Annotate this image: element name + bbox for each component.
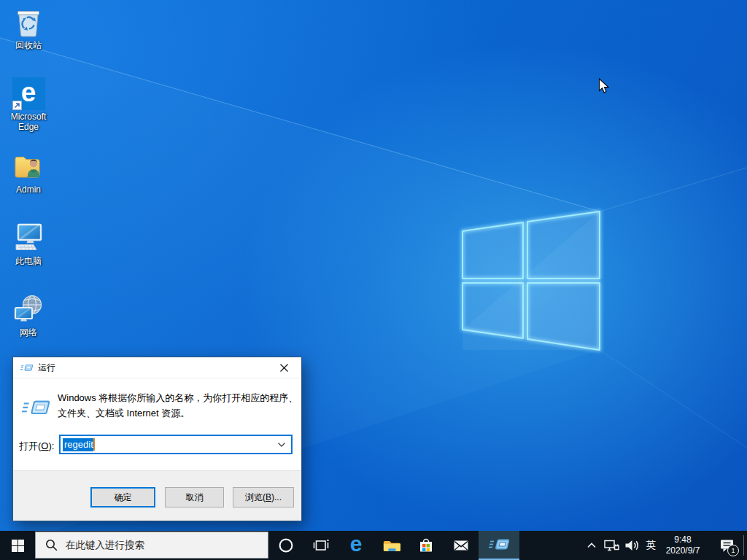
chevron-up-icon (587, 542, 597, 549)
desktop-icon-recycle-bin[interactable]: 回收站 (0, 4, 57, 50)
run-dialog-titlebar[interactable]: 运行 (13, 357, 301, 378)
mouse-cursor (598, 78, 609, 97)
volume-tray-button[interactable] (622, 531, 642, 560)
taskbar-clock[interactable]: 9:48 2020/9/7 (659, 531, 707, 560)
run-dialog-icon (22, 396, 50, 423)
file-explorer-button[interactable] (374, 531, 409, 560)
open-field-label: 打开(O): (19, 440, 54, 453)
edge-icon: e (350, 533, 363, 555)
ok-button[interactable]: 确定 (90, 487, 155, 508)
windows-logo-icon (12, 540, 24, 552)
task-view-button[interactable] (303, 531, 338, 560)
ime-language-indicator[interactable]: 英 (642, 531, 659, 560)
description-line-2: 文件夹、文档或 Internet 资源。 (58, 405, 298, 421)
browse-button[interactable]: 浏览(B)... (233, 487, 294, 508)
cortana-icon (277, 537, 295, 554)
dialog-description: Windows 将根据你所输入的名称，为你打开相应的程序、 文件夹、文档或 In… (58, 390, 298, 421)
dialog-title: 运行 (38, 362, 55, 374)
edge-icon: e (11, 76, 46, 111)
file-explorer-icon (382, 536, 400, 555)
network-icon (603, 537, 620, 554)
close-button[interactable] (268, 358, 301, 377)
task-view-icon (312, 537, 330, 554)
speaker-icon (623, 537, 640, 554)
dialog-footer: 确定 取消 浏览(B)... (13, 470, 301, 521)
tray-expand-button[interactable] (584, 531, 600, 560)
desktop-icon-label: 此电脑 (0, 256, 57, 266)
edge-taskbar-button[interactable]: e (338, 531, 374, 560)
combobox-dropdown-icon[interactable] (277, 442, 286, 448)
desktop-icon-this-pc[interactable]: 此电脑 (0, 220, 57, 266)
run-app-icon (489, 536, 509, 553)
mail-button[interactable] (444, 531, 479, 560)
desktop-icon-label: 网络 (0, 327, 57, 338)
shortcut-arrow-icon (12, 101, 22, 110)
search-input[interactable] (64, 539, 264, 551)
network-globe-icon (11, 292, 46, 327)
microsoft-store-icon (417, 536, 436, 555)
clock-time: 9:48 (674, 534, 691, 545)
clock-date: 2020/9/7 (666, 545, 700, 556)
desktop-icon-label: 回收站 (0, 40, 57, 50)
mail-icon (452, 536, 471, 555)
edge-logo-glyph: e (21, 79, 36, 106)
desktop-icon-label: Microsoft Edge (0, 112, 57, 132)
desktop-icon-network[interactable]: 网络 (0, 292, 57, 338)
run-command-input[interactable]: regedit (59, 435, 293, 454)
user-folder-icon (11, 149, 46, 184)
desktop-icon-admin-folder[interactable]: Admin (0, 149, 57, 195)
desktop-icon-microsoft-edge[interactable]: e Microsoft Edge (0, 76, 57, 132)
text-caret (93, 438, 95, 451)
description-line-1: Windows 将根据你所输入的名称，为你打开相应的程序、 (58, 390, 298, 405)
desktop-icon-label: Admin (0, 184, 57, 195)
run-app-taskbar-button-active[interactable] (479, 531, 519, 560)
recycle-bin-icon (11, 4, 46, 39)
microsoft-store-button[interactable] (409, 531, 444, 560)
cortana-button[interactable] (268, 531, 303, 560)
run-app-icon (20, 362, 33, 373)
run-dialog: 运行 Windows 将根据你所输入的名称，为你打开相应的程序、 文件夹、文档或 (12, 357, 302, 521)
notification-badge: 1 (727, 545, 739, 556)
cancel-button[interactable]: 取消 (165, 487, 224, 508)
search-icon (45, 539, 58, 551)
start-button[interactable] (0, 531, 35, 560)
taskbar-search-box[interactable] (35, 532, 268, 559)
show-desktop-button[interactable] (743, 535, 744, 556)
taskbar: e (0, 531, 747, 560)
desktop-wallpaper: 回收站 e Microsoft Edge Admin (0, 0, 747, 531)
network-tray-button[interactable] (601, 531, 622, 560)
action-center-button[interactable]: 1 (713, 531, 741, 560)
input-selected-text: regedit (63, 438, 93, 451)
computer-icon (11, 220, 46, 255)
